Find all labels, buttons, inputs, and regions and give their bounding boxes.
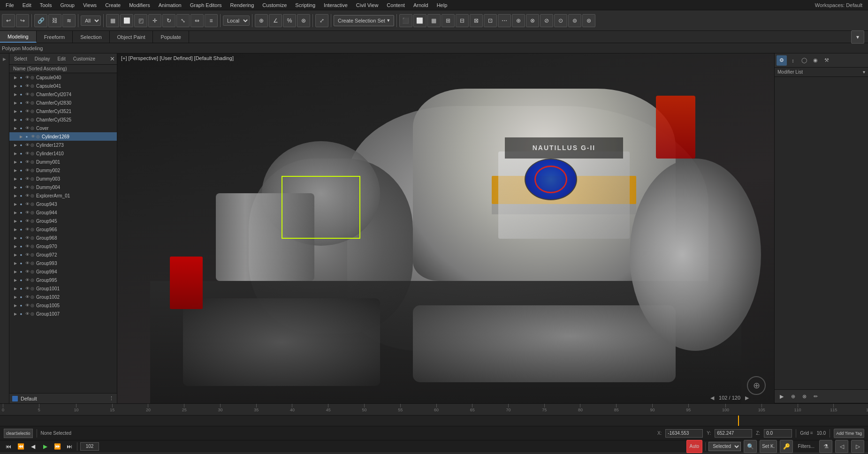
layer-btn14[interactable]: ⊛ — [582, 14, 595, 27]
scene-item[interactable]: ▶ ● 👁 ◎ Cylinder1410 — [9, 149, 117, 158]
rp-motion-icon[interactable]: ◯ — [799, 55, 809, 66]
layer-btn6[interactable]: ⊠ — [470, 14, 483, 27]
scene-item[interactable]: ▶ ● 👁 ◎ Group944 — [9, 208, 117, 217]
menu-file[interactable]: File — [2, 1, 18, 9]
menu-scripting[interactable]: Scripting — [291, 1, 319, 9]
scene-item[interactable]: ▶ ● 👁 ◎ Group995 — [9, 276, 117, 284]
layer-btn13[interactable]: ⊚ — [568, 14, 581, 27]
key-mode-btn[interactable]: Auto — [686, 440, 703, 453]
scene-item[interactable]: ▶ ● 👁 ◎ Group1005 — [9, 301, 117, 310]
mirror-btn[interactable]: ⇔ — [190, 14, 204, 27]
viewport-canvas[interactable]: NAUTILLUS G-II — [117, 53, 774, 403]
add-time-tag-btn[interactable]: Add Time Tag — [834, 429, 864, 438]
layer-btn12[interactable]: ⊙ — [554, 14, 567, 27]
menu-edit[interactable]: Edit — [19, 1, 35, 9]
play-back-btn[interactable]: ◀ — [28, 442, 38, 451]
scene-item[interactable]: ▶ ● 👁 ◎ Dummy004 — [9, 183, 117, 191]
menu-group[interactable]: Group — [56, 1, 78, 9]
menu-arnold[interactable]: Arnold — [410, 1, 432, 9]
menu-tools[interactable]: Tools — [36, 1, 56, 9]
redo-btn[interactable]: ↪ — [16, 14, 29, 27]
rp-utilities-icon[interactable]: ⚒ — [822, 55, 832, 66]
layer-btn8[interactable]: ⋯ — [498, 14, 511, 27]
scene-item[interactable]: ▶ ● 👁 ◎ Capsule040 — [9, 73, 117, 82]
scene-item[interactable]: ▶ ● 👁 ◎ Group972 — [9, 250, 117, 259]
scene-item[interactable]: ▶ ● 👁 ◎ Cylinder1273 — [9, 141, 117, 149]
move-btn[interactable]: ✛ — [148, 14, 161, 27]
frame-number-input[interactable] — [80, 442, 99, 451]
timeline-ruler[interactable]: 0510152025303540455055606570758085909510… — [0, 404, 868, 416]
select-btn[interactable]: ▦ — [106, 14, 119, 27]
rp-tool4[interactable]: ✏ — [810, 391, 821, 401]
layer-btn5[interactable]: ⊟ — [456, 14, 469, 27]
set-key-btn[interactable]: Set K. — [760, 440, 777, 453]
timeline-track[interactable] — [0, 416, 868, 426]
filter-dropdown[interactable]: All — [81, 15, 101, 26]
menu-interactive[interactable]: Interactive — [320, 1, 351, 9]
prev-key-btn[interactable]: ⏪ — [16, 442, 25, 451]
filter-icon[interactable]: ⚗ — [819, 440, 832, 453]
menu-help[interactable]: Help — [433, 1, 451, 9]
layer-btn7[interactable]: ⊡ — [484, 14, 497, 27]
scene-item[interactable]: ▶ ● 👁 ◎ ChamferCyl2830 — [9, 98, 117, 107]
z-coord-input[interactable] — [764, 429, 792, 438]
scene-item[interactable]: ▶ ● 👁 ◎ Group993 — [9, 259, 117, 267]
bind-space-btn[interactable]: ≋ — [62, 14, 76, 27]
angle-snap[interactable]: ∠ — [269, 14, 282, 27]
unlink-btn[interactable]: ⛓ — [48, 14, 61, 27]
selection-filter-dropdown[interactable]: Selected — [708, 442, 741, 451]
se-display-btn[interactable]: Display — [32, 55, 53, 62]
scene-item[interactable]: ▶ ● 👁 ◎ Group1007 — [9, 310, 117, 318]
left-tool-1[interactable]: ▶ — [1, 55, 8, 63]
scene-item[interactable]: ▶ ● 👁 ◎ Group943 — [9, 200, 117, 208]
mirror2-btn[interactable]: ⤢ — [315, 14, 328, 27]
scene-item[interactable]: ▶ ● 👁 ◎ Capsule041 — [9, 82, 117, 90]
rotate-btn[interactable]: ↻ — [162, 14, 175, 27]
snap-toggle[interactable]: ⊕ — [255, 14, 268, 27]
scene-item[interactable]: ▶ ● 👁 ◎ Group966 — [9, 225, 117, 234]
search-btn[interactable]: 🔍 — [744, 440, 757, 453]
rp-tool3[interactable]: ⊗ — [799, 391, 809, 401]
tab-object-paint[interactable]: Object Paint — [110, 31, 153, 43]
menu-views[interactable]: Views — [79, 1, 100, 9]
options-btn1[interactable]: ◁ — [835, 440, 848, 453]
rp-tool1[interactable]: ▶ — [777, 391, 787, 401]
spinner-snap[interactable]: ⊛ — [297, 14, 310, 27]
menu-civil-view[interactable]: Civil View — [352, 1, 382, 9]
scene-item[interactable]: ▶ ● 👁 ◎ ChamferCyl3521 — [9, 107, 117, 115]
se-select-btn[interactable]: Select — [11, 55, 30, 62]
scene-list-header[interactable]: Name (Sorted Ascending) — [9, 65, 117, 73]
layer-btn2[interactable]: ⬜ — [413, 14, 426, 27]
scene-item[interactable]: ▶ ● 👁 ◎ Group945 — [9, 217, 117, 225]
select-rect-btn[interactable]: ⬜ — [120, 14, 133, 27]
layer-btn11[interactable]: ⊘ — [540, 14, 553, 27]
menu-rendering[interactable]: Rendering — [227, 1, 258, 9]
menu-modifiers[interactable]: Modifiers — [125, 1, 154, 9]
scene-item[interactable]: ▶ ● 👁 ◎ Dummy002 — [9, 166, 117, 174]
options-btn2[interactable]: ▷ — [851, 440, 864, 453]
se-customize-btn[interactable]: Customize — [70, 55, 98, 62]
layer-btn1[interactable]: ⬛ — [399, 14, 412, 27]
undo-btn[interactable]: ↩ — [2, 14, 15, 27]
coord-dropdown[interactable]: Local — [223, 15, 250, 26]
tab-selection[interactable]: Selection — [73, 31, 109, 43]
scene-item[interactable]: ▶ ● 👁 ◎ Dummy003 — [9, 174, 117, 183]
scene-item[interactable]: ▶ ● 👁 ◎ Group1001 — [9, 284, 117, 293]
scene-item[interactable]: ▶ ● 👁 ◎ Cylinder1269 — [9, 132, 117, 141]
next-frame-btn[interactable]: ⏭ — [65, 442, 74, 451]
x-coord-input[interactable] — [665, 429, 703, 438]
scene-item[interactable]: ▶ ● 👁 ◎ Group994 — [9, 267, 117, 276]
scene-item[interactable]: ▶ ● 👁 ◎ Group968 — [9, 234, 117, 242]
rp-display-icon[interactable]: ◉ — [810, 55, 821, 66]
rp-hierarchy-icon[interactable]: ↕ — [788, 55, 798, 66]
tab-modeling[interactable]: Modeling — [0, 31, 37, 43]
create-selection-set-btn[interactable]: Create Selection Set ▾ — [334, 15, 394, 26]
scale-btn[interactable]: ⤡ — [176, 14, 190, 27]
tab-menu-btn[interactable]: ▾ — [851, 30, 864, 44]
clear-selection-btn[interactable]: clearSelectio — [4, 429, 33, 438]
layer-btn3[interactable]: ▦ — [427, 14, 441, 27]
scene-item[interactable]: ▶ ● 👁 ◎ Dummy001 — [9, 158, 117, 166]
scene-item[interactable]: ▶ ● 👁 ◎ ChamferCyl2074 — [9, 90, 117, 98]
scene-item[interactable]: ▶ ● 👁 ◎ ExplorerArm_01 — [9, 191, 117, 200]
menu-animation[interactable]: Animation — [155, 1, 185, 9]
